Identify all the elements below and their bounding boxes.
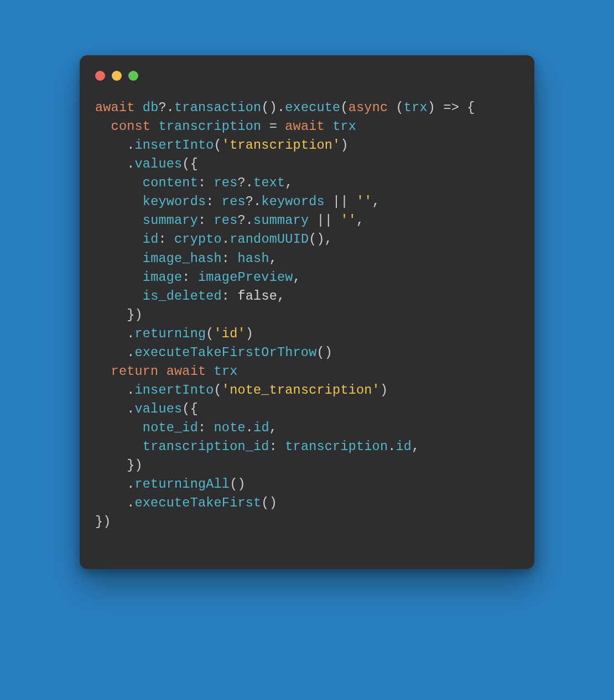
code-token: id <box>253 420 269 435</box>
code-token: await <box>166 364 206 379</box>
code-token: () <box>316 345 332 360</box>
code-token: transaction <box>174 100 261 115</box>
code-token: . <box>95 326 135 341</box>
code-token: imagePreview <box>198 270 293 285</box>
window-titlebar <box>80 55 534 85</box>
code-line: .executeTakeFirstOrThrow() <box>95 343 519 362</box>
code-token: is_deleted <box>143 289 222 304</box>
code-token <box>95 270 143 285</box>
code-token: . <box>388 439 396 454</box>
code-line: image: imagePreview, <box>95 268 519 287</box>
minimize-icon[interactable] <box>112 71 122 81</box>
code-token <box>95 439 143 454</box>
code-token <box>95 232 143 247</box>
code-token: randomUUID <box>230 232 309 247</box>
code-token: returning <box>135 326 206 341</box>
code-line: const transcription = await trx <box>95 117 519 136</box>
code-line: content: res?.text, <box>95 174 519 192</box>
zoom-icon[interactable] <box>128 71 138 81</box>
code-token: , <box>356 213 364 228</box>
code-line: .insertInto('note_transcription') <box>95 381 519 400</box>
code-token: transcription <box>158 119 261 134</box>
code-token: executeTakeFirstOrThrow <box>135 345 317 360</box>
code-token: false <box>237 289 277 304</box>
code-token: = <box>261 119 285 134</box>
code-token: trx <box>332 119 356 134</box>
code-token: 'id' <box>214 326 246 341</box>
code-token: . <box>222 232 230 247</box>
code-token: : <box>222 251 238 266</box>
code-token: : <box>198 175 214 190</box>
code-token: insertInto <box>135 138 214 153</box>
code-token: : <box>198 213 214 228</box>
code-token <box>95 251 143 266</box>
code-token: . <box>95 477 135 492</box>
code-token: ( <box>214 138 222 153</box>
code-token: , <box>277 289 285 304</box>
code-token: note <box>214 420 246 435</box>
code-token: '' <box>356 194 372 209</box>
code-line: return await trx <box>95 362 519 381</box>
code-token <box>95 420 143 435</box>
code-token: 'transcription' <box>222 138 341 153</box>
code-token: , <box>269 420 277 435</box>
code-token: () <box>230 477 246 492</box>
code-token: , <box>372 194 380 209</box>
code-token: await <box>95 100 135 115</box>
code-token <box>158 364 166 379</box>
code-token: image_hash <box>143 251 222 266</box>
code-token: res <box>214 213 238 228</box>
code-token: values <box>135 401 183 416</box>
code-token: }) <box>95 514 111 529</box>
code-token: ({ <box>182 156 198 171</box>
code-token: id <box>396 439 412 454</box>
code-token: insertInto <box>135 383 214 398</box>
code-token <box>95 213 143 228</box>
code-token: . <box>246 420 253 435</box>
close-icon[interactable] <box>95 71 105 81</box>
code-token: ({ <box>182 401 198 416</box>
code-line: }) <box>95 306 519 325</box>
code-token: () <box>261 495 277 510</box>
code-token: : <box>222 289 238 304</box>
code-token <box>95 175 143 190</box>
code-token: . <box>95 401 135 416</box>
code-line: .values({ <box>95 400 519 419</box>
code-token: crypto <box>174 232 222 247</box>
code-token: . <box>95 495 135 510</box>
code-token: db <box>143 100 159 115</box>
code-token <box>206 364 214 379</box>
code-block: await db?.transaction().execute(async (t… <box>80 85 534 542</box>
code-token: ?. <box>237 213 253 228</box>
code-token: . <box>95 345 135 360</box>
code-line: keywords: res?.keywords || '', <box>95 192 519 211</box>
code-line: .executeTakeFirst() <box>95 494 519 513</box>
code-line: transcription_id: transcription.id, <box>95 437 519 456</box>
code-window: await db?.transaction().execute(async (t… <box>80 55 534 569</box>
code-token: ( <box>388 100 404 115</box>
code-token: ?. <box>246 194 262 209</box>
code-line: .values({ <box>95 155 519 174</box>
code-token: note_id <box>143 420 198 435</box>
code-token: '' <box>340 213 356 228</box>
code-token: returningAll <box>135 477 230 492</box>
code-token: execute <box>285 100 340 115</box>
code-line: }) <box>95 513 519 531</box>
code-token: . <box>95 383 135 398</box>
code-line: id: crypto.randomUUID(), <box>95 230 519 249</box>
code-line: .insertInto('transcription') <box>95 136 519 155</box>
code-line: .returning('id') <box>95 325 519 343</box>
code-token <box>95 194 143 209</box>
code-token: executeTakeFirst <box>135 495 262 510</box>
code-token: res <box>214 175 238 190</box>
code-token <box>95 364 111 379</box>
code-token: keywords <box>261 194 324 209</box>
code-line: note_id: note.id, <box>95 419 519 437</box>
code-line: await db?.transaction().execute(async (t… <box>95 98 519 117</box>
code-token: ( <box>214 383 222 398</box>
code-token: content <box>143 175 198 190</box>
code-token: text <box>253 175 285 190</box>
code-token: res <box>222 194 246 209</box>
code-token: , <box>412 439 419 454</box>
code-token: : <box>198 420 214 435</box>
